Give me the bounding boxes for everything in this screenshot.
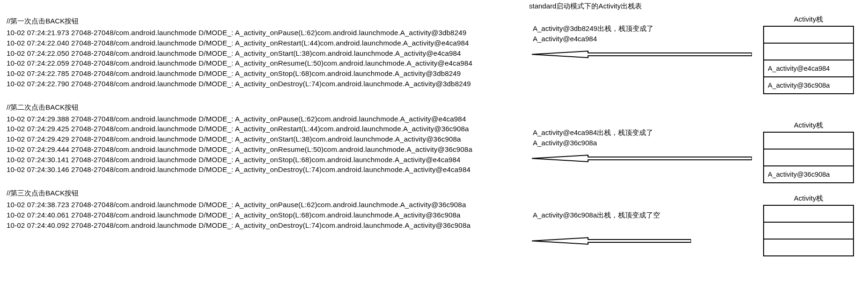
activity-stack-2: Activity栈 A_activity@36c908a: [763, 121, 854, 183]
stack-row: [764, 27, 853, 44]
log-line: 10-02 07:24:22.059 27048-27048/com.andro…: [7, 58, 529, 68]
stack-title: Activity栈: [763, 194, 854, 203]
svg-marker-1: [532, 155, 752, 162]
log-line: 10-02 07:24:22.790 27048-27048/com.andro…: [7, 79, 529, 89]
activity-stack-3: Activity栈: [763, 194, 854, 256]
section-3: //第三次点击BACK按钮 10-02 07:24:38.723 27048-2…: [7, 189, 529, 230]
log-line: 10-02 07:24:40.061 27048-27048/com.andro…: [7, 210, 529, 220]
stack-row: A_activity@36c908a: [764, 166, 853, 183]
stack-title: Activity栈: [763, 121, 854, 130]
svg-marker-0: [532, 51, 752, 58]
section-2: //第二次点击BACK按钮 10-02 07:24:29.388 27048-2…: [7, 103, 529, 175]
activity-stack-1: Activity栈 A_activity@e4ca984 A_activity@…: [763, 15, 854, 94]
log-line: 10-02 07:24:40.092 27048-27048/com.andro…: [7, 220, 529, 231]
annotation-3: A_activity@36c908a出栈，栈顶变成了空: [533, 210, 673, 220]
log-line: 10-02 07:24:22.785 27048-27048/com.andro…: [7, 68, 529, 79]
annotation-2: A_activity@e4ca984出栈，栈顶变成了A_activity@36c…: [533, 127, 673, 148]
stack-row: A_activity@e4ca984: [764, 60, 853, 77]
stack-row: [764, 206, 853, 223]
stack-row: A_activity@36c908a: [764, 77, 853, 94]
log-line: 10-02 07:24:22.050 27048-27048/com.andro…: [7, 48, 529, 59]
log-line: 10-02 07:24:29.429 27048-27048/com.andro…: [7, 134, 529, 144]
section-comment: //第三次点击BACK按钮: [7, 189, 529, 198]
stack-row: [764, 223, 853, 240]
log-line: 10-02 07:24:38.723 27048-27048/com.andro…: [7, 200, 529, 210]
log-line: 10-02 07:24:22.040 27048-27048/com.andro…: [7, 38, 529, 48]
log-line: 10-02 07:24:29.425 27048-27048/com.andro…: [7, 124, 529, 134]
log-line: 10-02 07:24:21.973 27048-27048/com.andro…: [7, 28, 529, 38]
stack-title: Activity栈: [763, 15, 854, 24]
log-line: 10-02 07:24:29.388 27048-27048/com.andro…: [7, 114, 529, 124]
arrow-left-icon: [532, 50, 752, 59]
log-line: 10-02 07:24:30.141 27048-27048/com.andro…: [7, 155, 529, 165]
section-comment: //第一次点击BACK按钮: [7, 17, 529, 26]
log-line: 10-02 07:24:29.444 27048-27048/com.andro…: [7, 144, 529, 155]
stack-row: [764, 150, 853, 166]
section-1: //第一次点击BACK按钮 10-02 07:24:21.973 27048-2…: [7, 17, 529, 89]
log-column: //第一次点击BACK按钮 10-02 07:24:21.973 27048-2…: [7, 17, 529, 244]
annotation-1: A_activity@3db8249出栈，栈顶变成了A_activity@e4c…: [533, 23, 673, 44]
arrow-left-icon: [532, 236, 691, 246]
log-line: 10-02 07:24:30.146 27048-27048/com.andro…: [7, 165, 529, 175]
svg-marker-2: [532, 238, 691, 244]
arrow-left-icon: [532, 154, 752, 163]
stack-row: [764, 44, 853, 60]
section-comment: //第二次点击BACK按钮: [7, 103, 529, 112]
stack-row: [764, 240, 853, 256]
stack-row: [764, 133, 853, 150]
